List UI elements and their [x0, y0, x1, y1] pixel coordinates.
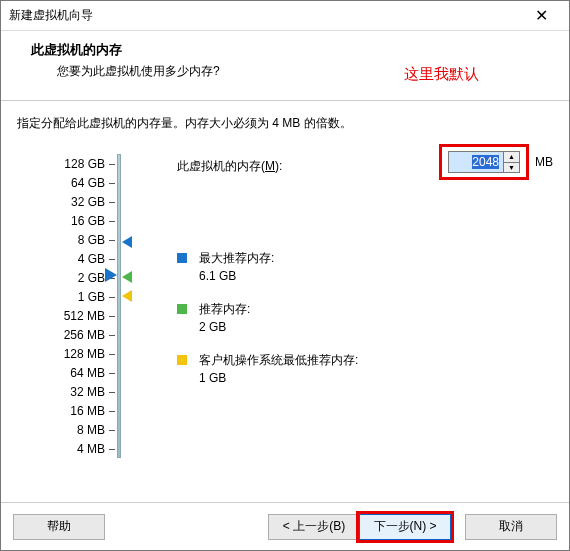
- max-recommendation: 最大推荐内存: 6.1 GB: [177, 250, 553, 283]
- memory-label-accel: M: [265, 159, 275, 173]
- close-icon[interactable]: ✕: [521, 6, 561, 25]
- scale-tick: 8 GB: [17, 230, 127, 249]
- scale-tick: 64 MB: [17, 363, 127, 382]
- max-rec-text: 最大推荐内存: 6.1 GB: [199, 250, 274, 283]
- window-title: 新建虚拟机向导: [9, 7, 521, 24]
- memory-label-suffix: ):: [275, 159, 282, 173]
- scale-tick: 128 MB: [17, 344, 127, 363]
- scale-tick: 64 GB: [17, 173, 127, 192]
- memory-input-label: 此虚拟机的内存(M):: [177, 158, 282, 175]
- instruction-text: 指定分配给此虚拟机的内存量。内存大小必须为 4 MB 的倍数。: [17, 115, 553, 132]
- scale-tick: 1 GB: [17, 287, 127, 306]
- memory-spinner: ▲ ▼: [448, 151, 520, 173]
- scale-tick: 16 GB: [17, 211, 127, 230]
- page-title: 此虚拟机的内存: [31, 41, 549, 59]
- scale-tick: 4 GB: [17, 249, 127, 268]
- memory-input-wrap: ▲ ▼ MB: [439, 144, 553, 180]
- cancel-button[interactable]: 取消: [465, 514, 557, 540]
- scale-tick: 512 MB: [17, 306, 127, 325]
- wizard-footer: 帮助 < 上一步(B) 下一步(N) > 取消: [1, 502, 569, 550]
- next-button[interactable]: 下一步(N) >: [359, 514, 451, 540]
- spinner-down-icon[interactable]: ▼: [504, 163, 519, 173]
- back-button[interactable]: < 上一步(B): [268, 514, 360, 540]
- yellow-square-icon: [177, 355, 187, 365]
- user-annotation: 这里我默认: [404, 65, 479, 84]
- wizard-window: 新建虚拟机向导 ✕ 此虚拟机的内存 您要为此虚拟机使用多少内存? 这里我默认 指…: [0, 0, 570, 551]
- scale-tick: 4 MB: [17, 439, 127, 458]
- current-marker-icon: [105, 268, 117, 282]
- memory-slider[interactable]: [117, 154, 121, 458]
- nav-button-pair: < 上一步(B) 下一步(N) >: [269, 514, 451, 540]
- min-recommendation: 客户机操作系统最低推荐内存: 1 GB: [177, 352, 553, 385]
- help-button[interactable]: 帮助: [13, 514, 105, 540]
- wizard-body: 指定分配给此虚拟机的内存量。内存大小必须为 4 MB 的倍数。 128 GB64…: [1, 101, 569, 502]
- min-rec-text: 客户机操作系统最低推荐内存: 1 GB: [199, 352, 358, 385]
- rec-marker-icon: [122, 271, 132, 283]
- memory-label-prefix: 此虚拟机的内存(: [177, 159, 265, 173]
- tick-list: 128 GB64 GB32 GB16 GB8 GB4 GB2 GB1 GB512…: [17, 154, 127, 458]
- memory-unit: MB: [535, 155, 553, 169]
- scale-tick: 8 MB: [17, 420, 127, 439]
- scale-tick: 32 MB: [17, 382, 127, 401]
- rec-text: 推荐内存: 2 GB: [199, 301, 250, 334]
- min-rec-title: 客户机操作系统最低推荐内存:: [199, 352, 358, 369]
- scale-tick: 32 GB: [17, 192, 127, 211]
- recommended-memory: 推荐内存: 2 GB: [177, 301, 553, 334]
- rec-title: 推荐内存:: [199, 301, 250, 318]
- blue-square-icon: [177, 253, 187, 263]
- min-rec-value: 1 GB: [199, 371, 358, 385]
- titlebar: 新建虚拟机向导 ✕: [1, 1, 569, 31]
- memory-details: 此虚拟机的内存(M): ▲ ▼ MB: [177, 154, 553, 385]
- spinner-up-icon[interactable]: ▲: [504, 152, 519, 163]
- max-rec-value: 6.1 GB: [199, 269, 274, 283]
- memory-label-row: 此虚拟机的内存(M): ▲ ▼ MB: [177, 152, 553, 180]
- memory-input[interactable]: [449, 152, 503, 172]
- max-marker-icon: [122, 236, 132, 248]
- scale-tick: 128 GB: [17, 154, 127, 173]
- spinner-arrows: ▲ ▼: [503, 152, 519, 172]
- wizard-header: 此虚拟机的内存 您要为此虚拟机使用多少内存? 这里我默认: [1, 31, 569, 101]
- memory-scale: 128 GB64 GB32 GB16 GB8 GB4 GB2 GB1 GB512…: [17, 154, 127, 458]
- memory-row: 128 GB64 GB32 GB16 GB8 GB4 GB2 GB1 GB512…: [17, 154, 553, 458]
- input-highlight: ▲ ▼: [439, 144, 529, 180]
- green-square-icon: [177, 304, 187, 314]
- max-rec-title: 最大推荐内存:: [199, 250, 274, 267]
- scale-tick: 16 MB: [17, 401, 127, 420]
- rec-value: 2 GB: [199, 320, 250, 334]
- min-marker-icon: [122, 290, 132, 302]
- scale-tick: 256 MB: [17, 325, 127, 344]
